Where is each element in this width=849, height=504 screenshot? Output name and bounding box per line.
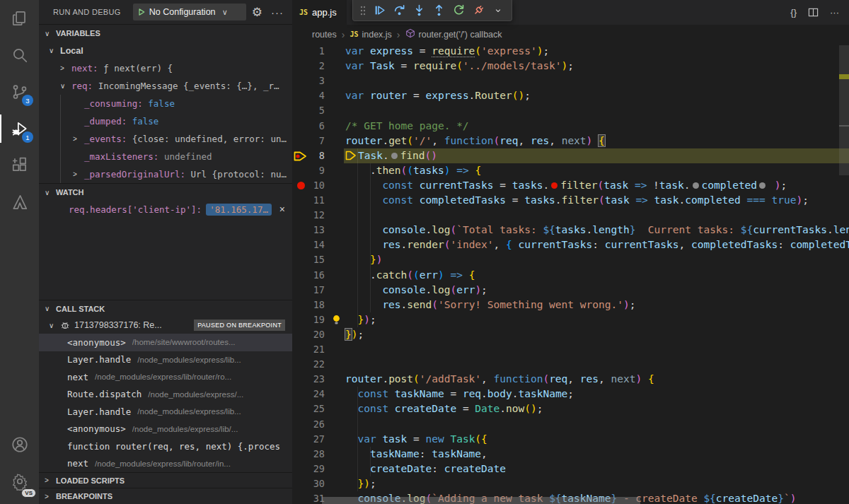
stack-frame-row[interactable]: Layer.handle/node_modules/express/lib... xyxy=(39,351,292,369)
variables-section-header[interactable]: ∨ VARIABLES xyxy=(39,24,292,42)
line-number[interactable]: 31 xyxy=(292,491,325,504)
brackets-icon[interactable]: {} xyxy=(790,7,797,18)
variable-row[interactable]: ∨req: IncomingMessage {_events: {…}, _r… xyxy=(39,77,292,95)
overview-ruler[interactable] xyxy=(839,44,849,504)
code-line-25: 25 const createDate = Date.now(); xyxy=(292,402,849,416)
loaded-scripts-section-header[interactable]: > LOADED SCRIPTS xyxy=(39,472,292,488)
step-into-button[interactable] xyxy=(410,2,428,19)
code-line-30: 30 }); xyxy=(292,476,849,491)
split-editor-icon[interactable] xyxy=(808,7,819,18)
line-number[interactable]: 4 xyxy=(292,88,325,103)
variable-row[interactable]: _maxListeners: undefined xyxy=(39,148,292,165)
stack-frame-row[interactable]: next/node_modules/express/lib/router/ro.… xyxy=(39,368,292,386)
debug-session-row[interactable]: ∨ 1713798337176: Re... PAUSED ON BREAKPO… xyxy=(39,317,292,334)
callstack-section-header[interactable]: ∨ CALL STACK xyxy=(39,300,292,317)
debug-config-dropdown[interactable]: No Configuration ∨ xyxy=(133,4,246,20)
inline-breakpoint-candidate-icon[interactable] xyxy=(759,182,766,189)
line-number[interactable]: 23 xyxy=(292,372,325,387)
step-over-button[interactable] xyxy=(390,2,408,19)
variable-row[interactable]: >_events: {close: undefined, error: un… xyxy=(39,130,292,148)
variable-row[interactable]: _consuming: false xyxy=(39,95,292,112)
line-number[interactable]: 10 xyxy=(292,178,325,193)
activity-extensions[interactable] xyxy=(0,147,39,184)
chevron-right-icon: > xyxy=(73,135,77,143)
watch-section-header[interactable]: ∨ WATCH xyxy=(39,183,292,201)
line-number[interactable]: 16 xyxy=(292,268,325,283)
stack-frame-row[interactable]: <anonymous>/node_modules/express/lib/... xyxy=(39,421,292,438)
step-out-button[interactable] xyxy=(429,2,448,19)
line-number[interactable]: 29 xyxy=(292,462,325,476)
activity-search[interactable] xyxy=(0,37,39,74)
stack-frame-row[interactable]: <anonymous>/home/site/wwwroot/routes... xyxy=(39,334,292,351)
line-number[interactable]: 13 xyxy=(292,223,325,238)
variable-name-value: _parsedOriginalUrl: Url {protocol: nu… xyxy=(84,169,287,180)
activity-source-control[interactable]: 3 xyxy=(0,74,39,110)
breadcrumb-item[interactable]: routes xyxy=(312,30,337,40)
line-number[interactable]: 14 xyxy=(292,238,325,252)
variables-scope-row[interactable]: ∨Local xyxy=(39,42,292,59)
line-number[interactable]: 28 xyxy=(292,447,325,462)
line-number[interactable]: 6 xyxy=(292,119,325,134)
inline-breakpoint-candidate-icon[interactable] xyxy=(391,153,398,159)
horizontal-scrollbar[interactable] xyxy=(322,497,640,504)
activity-manage[interactable]: VS xyxy=(0,463,39,500)
toolbar-grip-handle[interactable] xyxy=(357,5,369,16)
indent-guide xyxy=(357,387,358,491)
line-number[interactable]: 17 xyxy=(292,283,325,298)
line-number[interactable]: 27 xyxy=(292,432,325,447)
remove-watch-icon[interactable]: × xyxy=(279,204,285,215)
line-number[interactable]: 24 xyxy=(292,387,325,402)
line-number[interactable]: 8 xyxy=(292,148,325,163)
line-number[interactable]: 15 xyxy=(292,252,325,267)
restart-button[interactable] xyxy=(449,2,468,19)
inline-breakpoint-icon[interactable] xyxy=(551,182,558,189)
breadcrumb-item[interactable]: router.get('/') callback xyxy=(405,28,502,40)
frame-path: /home/site/wwwroot/routes... xyxy=(132,338,236,346)
stack-frame-row[interactable]: Layer.handle/node_modules/express/lib... xyxy=(39,403,292,421)
breakpoints-section-header[interactable]: > BREAKPOINTS xyxy=(39,488,292,504)
line-number[interactable]: 7 xyxy=(292,134,325,148)
code-text: }) xyxy=(345,252,382,267)
editor-more-icon[interactable]: ··· xyxy=(830,7,839,18)
line-number[interactable]: 9 xyxy=(292,163,325,178)
stack-frame-row[interactable]: function router(req, res, next) {.proces xyxy=(39,438,292,455)
variable-name: _maxListeners: xyxy=(84,151,164,162)
variable-row[interactable]: >_parsedOriginalUrl: Url {protocol: nu… xyxy=(39,165,292,183)
line-number[interactable]: 19 xyxy=(292,312,325,327)
sidebar-more-icon[interactable]: ··· xyxy=(268,6,287,18)
session-label: 1713798337176: Re... xyxy=(74,320,162,330)
line-number[interactable]: 18 xyxy=(292,298,325,312)
code-text: /* GET home page. */ xyxy=(345,119,469,134)
line-number[interactable]: 30 xyxy=(292,476,325,491)
line-number[interactable]: 25 xyxy=(292,402,325,416)
stack-frame-row[interactable]: Route.dispatch/node_modules/express/... xyxy=(39,386,292,404)
debug-settings-gear-icon[interactable]: ⚙ xyxy=(252,5,262,20)
line-number[interactable]: 3 xyxy=(292,74,325,88)
line-number[interactable]: 1 xyxy=(292,44,325,59)
line-number[interactable]: 2 xyxy=(292,59,325,74)
vertical-scrollbar-slider[interactable] xyxy=(839,45,849,175)
chevron-button[interactable] xyxy=(489,2,507,19)
activity-explorer[interactable] xyxy=(0,0,39,37)
variable-row[interactable]: _dumped: false xyxy=(39,112,292,130)
line-number[interactable]: 26 xyxy=(292,417,325,432)
line-number[interactable]: 21 xyxy=(292,342,325,357)
activity-run-and-debug[interactable]: 1 xyxy=(0,110,39,147)
stack-frame-row[interactable]: next/node_modules/express/lib/router/in.… xyxy=(39,455,292,473)
line-number[interactable]: 11 xyxy=(292,193,325,208)
variable-row[interactable]: >next: ƒ next(err) { xyxy=(39,59,292,77)
continue-button[interactable] xyxy=(370,2,388,19)
activity-azure[interactable] xyxy=(0,184,39,221)
line-number[interactable]: 20 xyxy=(292,327,325,342)
activity-account[interactable] xyxy=(0,426,39,463)
line-number[interactable]: 12 xyxy=(292,208,325,223)
tab-appjs[interactable]: JS app.js xyxy=(292,0,347,25)
line-number[interactable]: 22 xyxy=(292,357,325,372)
breadcrumb-item[interactable]: JSindex.js xyxy=(350,30,391,40)
inline-breakpoint-candidate-icon[interactable] xyxy=(693,182,699,189)
start-debug-icon[interactable] xyxy=(137,8,146,16)
disconnect-button[interactable] xyxy=(469,2,487,19)
watch-expression-row[interactable]: req.headers['client-ip']: '81.165.17… × xyxy=(39,201,292,218)
variable-value: Url {protocol: nu… xyxy=(191,169,287,180)
line-number[interactable]: 5 xyxy=(292,103,325,118)
